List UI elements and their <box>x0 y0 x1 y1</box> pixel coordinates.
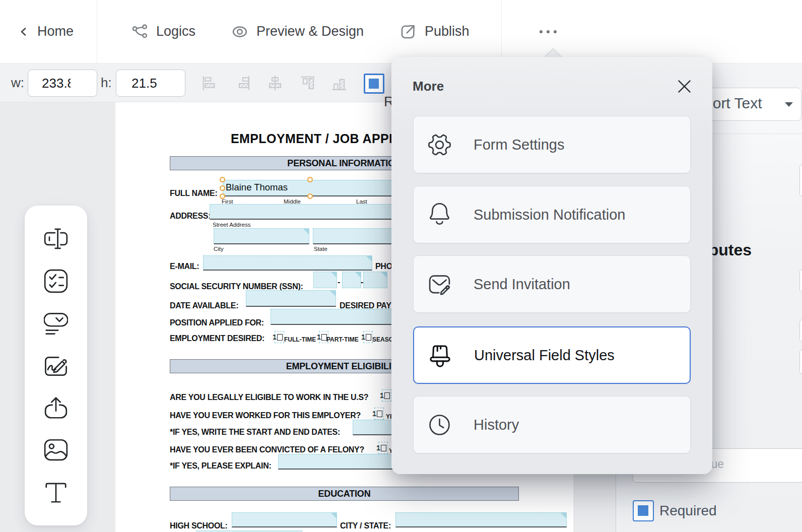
menu-item-send-invitation[interactable]: Send Invitation <box>413 255 691 313</box>
nav-divider-2 <box>501 0 502 63</box>
parttime-checkbox[interactable]: 1 <box>317 332 327 342</box>
city-field[interactable] <box>214 228 309 244</box>
required-label: Required <box>659 503 717 519</box>
field-fold <box>330 272 337 278</box>
eligible-question: ARE YOU LEGALLY ELIGIBLE TO WORK IN THE … <box>170 393 368 402</box>
publish-button[interactable]: Publish <box>399 0 470 63</box>
menu-item-label: Universal Field Styles <box>474 347 615 364</box>
panel-input-clipped-4[interactable] <box>799 349 802 374</box>
field-fold <box>330 512 337 519</box>
eye-icon <box>231 23 249 41</box>
gear-icon <box>428 133 451 157</box>
menu-item-universal-field-styles[interactable]: Universal Field Styles <box>413 326 691 384</box>
full-name-value: Blaine Thomas <box>226 182 288 193</box>
logics-button[interactable]: Logics <box>131 0 195 63</box>
height-input[interactable]: 21.5 <box>116 70 185 97</box>
width-label: w: <box>11 63 24 102</box>
selection-handle-bl[interactable] <box>220 193 225 199</box>
bell-icon <box>428 203 451 227</box>
logics-icon <box>131 23 149 40</box>
menu-item-label: History <box>474 417 519 433</box>
field-fold <box>381 272 387 278</box>
required-checkbox[interactable] <box>633 500 654 521</box>
ssn-field-2[interactable] <box>342 272 361 288</box>
date-available-label: DATE AVAILABLE: <box>170 301 238 310</box>
text-tool-icon[interactable] <box>44 480 68 504</box>
selection-handle-br[interactable] <box>307 193 313 199</box>
width-input[interactable]: 233.8 <box>28 70 97 97</box>
panel-input-clipped-3[interactable] <box>799 319 802 342</box>
state-label: State <box>314 246 327 252</box>
publish-label: Publish <box>425 24 470 39</box>
chevron-left-icon <box>18 26 30 38</box>
city-label: City <box>214 246 224 252</box>
blue-swatch <box>369 79 379 89</box>
ssn-dash-1: - <box>338 278 340 287</box>
align-center-icon[interactable] <box>265 74 285 93</box>
fulltime-label: FULL-TIME <box>284 336 316 343</box>
modal-title: More <box>413 79 444 94</box>
selection-handle-ml[interactable] <box>220 185 225 191</box>
nav-divider <box>97 0 97 63</box>
paint-brush-icon <box>428 344 452 367</box>
ssn-field-1[interactable] <box>313 272 337 288</box>
address-label: ADDRESS: <box>170 212 211 221</box>
menu-item-label: Send Invitation <box>474 276 570 293</box>
panel-input-clipped-1[interactable] <box>799 164 802 196</box>
top-nav-bar: Home Logics Preview & Design Publish <box>0 0 802 63</box>
explain-question: *IF YES, PLEASE EXPLAIN: <box>170 461 271 471</box>
text-field-tool-icon[interactable] <box>44 227 68 251</box>
city-state-field[interactable] <box>395 512 567 527</box>
preview-design-label: Preview & Design <box>256 24 364 39</box>
close-icon[interactable] <box>677 79 692 94</box>
dropdown-tool-icon[interactable] <box>44 311 68 335</box>
menu-item-form-settings[interactable]: Form Settings <box>413 116 691 173</box>
worked-question: HAVE YOU EVER WORKED FOR THIS EMPLOYER? <box>170 411 361 420</box>
field-fold <box>303 228 309 235</box>
eligible-checkbox[interactable]: 1 <box>380 391 390 400</box>
menu-item-history[interactable]: History <box>413 396 691 453</box>
publish-icon <box>399 23 417 41</box>
parttime-label: PART-TIME <box>326 336 359 343</box>
section-header-education: EDUCATION <box>170 487 519 501</box>
align-right-icon[interactable] <box>233 74 252 93</box>
ellipsis-icon <box>536 27 560 37</box>
street-label: Street Address <box>213 222 250 228</box>
signature-tool-icon[interactable] <box>44 354 68 378</box>
email-field[interactable] <box>203 255 372 271</box>
ssn-field-3[interactable] <box>363 272 387 288</box>
fulltime-checkbox[interactable]: 1 <box>273 332 283 342</box>
home-button[interactable]: Home <box>18 0 74 63</box>
checklist-tool-icon[interactable] <box>44 269 68 293</box>
employment-desired-label: EMPLOYMENT DESIRED: <box>170 334 264 343</box>
city-state-label: CITY / STATE: <box>340 521 391 530</box>
required-checkbox-mark <box>638 505 648 516</box>
align-left-icon[interactable] <box>200 74 219 93</box>
menu-item-label: Form Settings <box>474 137 565 153</box>
selection-handle-tr[interactable] <box>307 177 313 182</box>
dates-question: *IF YES, WRITE THE START AND END DATES: <box>170 428 340 437</box>
clock-icon <box>428 413 451 437</box>
worked-checkbox[interactable]: 1 <box>372 409 382 418</box>
felony-question: HAVE YOU EVER BEEN CONVICTED OF A FELONY… <box>170 445 364 454</box>
align-bottom-icon[interactable] <box>329 74 349 93</box>
seasonal-checkbox[interactable]: 1 <box>361 332 371 342</box>
mail-pencil-icon <box>428 273 451 296</box>
panel-input-clipped-2[interactable] <box>799 269 802 292</box>
preview-design-button[interactable]: Preview & Design <box>231 0 364 63</box>
image-tool-icon[interactable] <box>44 438 68 462</box>
felony-checkbox[interactable]: 1 <box>376 443 386 452</box>
selection-handle-tl[interactable] <box>220 177 225 182</box>
high-school-field[interactable] <box>232 512 337 527</box>
menu-item-submission-notification[interactable]: Submission Notification <box>413 186 691 243</box>
field-fold <box>329 290 336 297</box>
home-label: Home <box>37 24 74 39</box>
field-fold <box>366 255 372 262</box>
align-top-icon[interactable] <box>298 74 317 93</box>
date-available-field[interactable] <box>246 290 336 307</box>
dropdown-caret-icon <box>785 102 793 107</box>
logics-label: Logics <box>156 24 195 39</box>
more-modal: More Form Settings Submission Notificati… <box>391 57 712 474</box>
field-color-button[interactable] <box>364 74 384 94</box>
upload-tool-icon[interactable] <box>44 396 68 420</box>
